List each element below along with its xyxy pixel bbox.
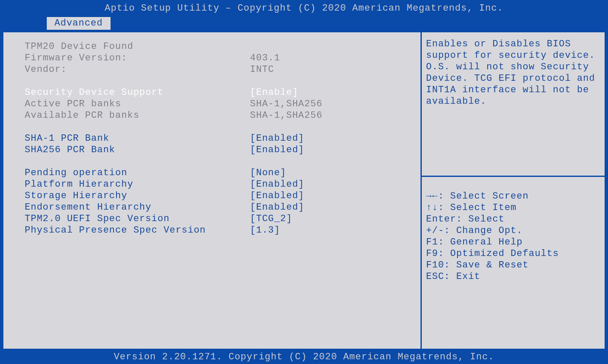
pending-operation-value: [None] bbox=[250, 167, 408, 179]
firmware-version-label: Firmware Version: bbox=[25, 52, 250, 64]
available-pcr-banks-value: SHA-1,SHA256 bbox=[250, 110, 408, 121]
sha256-pcr-bank-value: [Enabled] bbox=[250, 144, 408, 156]
firmware-version-value: 403.1 bbox=[250, 52, 408, 64]
sha256-pcr-bank-label: SHA256 PCR Bank bbox=[25, 144, 250, 156]
sha1-pcr-bank-row[interactable]: SHA-1 PCR Bank [Enabled] bbox=[25, 133, 408, 144]
tpm-device-found-label: TPM20 Device Found bbox=[25, 41, 250, 52]
tab-advanced-label: Advanced bbox=[54, 18, 103, 28]
storage-hierarchy-label: Storage Hierarchy bbox=[25, 190, 250, 202]
storage-hierarchy-row[interactable]: Storage Hierarchy [Enabled] bbox=[25, 190, 408, 202]
available-pcr-banks-row: Available PCR banks SHA-1,SHA256 bbox=[25, 110, 408, 121]
settings-panel: TPM20 Device Found Firmware Version: 403… bbox=[3, 32, 422, 349]
tpm-device-found-row: TPM20 Device Found bbox=[25, 41, 408, 52]
sha1-pcr-bank-label: SHA-1 PCR Bank bbox=[25, 133, 250, 144]
spacer bbox=[25, 75, 408, 87]
security-device-support-label: Security Device Support bbox=[25, 87, 250, 98]
help-line-5: INT1A interface will not be bbox=[426, 84, 600, 96]
sha256-pcr-bank-row[interactable]: SHA256 PCR Bank [Enabled] bbox=[25, 144, 408, 156]
security-device-support-value: [Enable] bbox=[250, 87, 408, 98]
physical-presence-value: [1.3] bbox=[250, 225, 408, 236]
active-pcr-banks-value: SHA-1,SHA256 bbox=[250, 98, 408, 110]
tab-bar: Advanced bbox=[0, 17, 608, 31]
main-container: TPM20 Device Found Firmware Version: 403… bbox=[2, 31, 606, 350]
nav-enter: Enter: Select bbox=[426, 213, 600, 225]
nav-select-item: ↑↓: Select Item bbox=[426, 202, 600, 213]
spacer bbox=[25, 156, 408, 167]
header-title-bar: Aptio Setup Utility – Copyright (C) 2020… bbox=[0, 0, 608, 17]
navigation-help: →←: Select Screen ↑↓: Select Item Enter:… bbox=[422, 177, 605, 349]
vendor-value: INTC bbox=[250, 64, 408, 75]
help-line-4: Device. TCG EFI protocol and bbox=[426, 73, 600, 84]
pending-operation-label: Pending operation bbox=[25, 167, 250, 179]
footer-bar: Version 2.20.1271. Copyright (C) 2020 Am… bbox=[0, 350, 608, 364]
help-line-1: Enables or Disables BIOS bbox=[426, 38, 600, 50]
platform-hierarchy-value: [Enabled] bbox=[250, 179, 408, 190]
spacer bbox=[25, 121, 408, 133]
help-description: Enables or Disables BIOS support for sec… bbox=[422, 32, 605, 177]
pending-operation-row[interactable]: Pending operation [None] bbox=[25, 167, 408, 179]
help-line-2: support for security device. bbox=[426, 50, 600, 61]
tpm-uefi-spec-value: [TCG_2] bbox=[250, 213, 408, 225]
endorsement-hierarchy-row[interactable]: Endorsement Hierarchy [Enabled] bbox=[25, 202, 408, 213]
vendor-label: Vendor: bbox=[25, 64, 250, 75]
physical-presence-label: Physical Presence Spec Version bbox=[25, 225, 250, 236]
nav-esc: ESC: Exit bbox=[426, 271, 600, 282]
endorsement-hierarchy-value: [Enabled] bbox=[250, 202, 408, 213]
available-pcr-banks-label: Available PCR banks bbox=[25, 110, 250, 121]
endorsement-hierarchy-label: Endorsement Hierarchy bbox=[25, 202, 250, 213]
platform-hierarchy-row[interactable]: Platform Hierarchy [Enabled] bbox=[25, 179, 408, 190]
nav-f10: F10: Save & Reset bbox=[426, 259, 600, 271]
firmware-version-row: Firmware Version: 403.1 bbox=[25, 52, 408, 64]
help-line-6: available. bbox=[426, 96, 600, 107]
physical-presence-row[interactable]: Physical Presence Spec Version [1.3] bbox=[25, 225, 408, 236]
tpm-uefi-spec-label: TPM2.0 UEFI Spec Version bbox=[25, 213, 250, 225]
right-panel: Enables or Disables BIOS support for sec… bbox=[422, 32, 605, 349]
platform-hierarchy-label: Platform Hierarchy bbox=[25, 179, 250, 190]
nav-f9: F9: Optimized Defaults bbox=[426, 248, 600, 259]
nav-change-opt: +/-: Change Opt. bbox=[426, 225, 600, 236]
header-title: Aptio Setup Utility – Copyright (C) 2020… bbox=[105, 3, 503, 14]
storage-hierarchy-value: [Enabled] bbox=[250, 190, 408, 202]
tab-advanced[interactable]: Advanced bbox=[47, 17, 111, 30]
vendor-row: Vendor: INTC bbox=[25, 64, 408, 75]
security-device-support-row[interactable]: Security Device Support [Enable] bbox=[25, 87, 408, 98]
tpm-uefi-spec-row[interactable]: TPM2.0 UEFI Spec Version [TCG_2] bbox=[25, 213, 408, 225]
active-pcr-banks-row: Active PCR banks SHA-1,SHA256 bbox=[25, 98, 408, 110]
footer-text: Version 2.20.1271. Copyright (C) 2020 Am… bbox=[114, 352, 494, 362]
help-line-3: O.S. will not show Security bbox=[426, 61, 600, 73]
nav-select-screen: →←: Select Screen bbox=[426, 191, 600, 202]
nav-f1: F1: General Help bbox=[426, 236, 600, 248]
sha1-pcr-bank-value: [Enabled] bbox=[250, 133, 408, 144]
active-pcr-banks-label: Active PCR banks bbox=[25, 98, 250, 110]
